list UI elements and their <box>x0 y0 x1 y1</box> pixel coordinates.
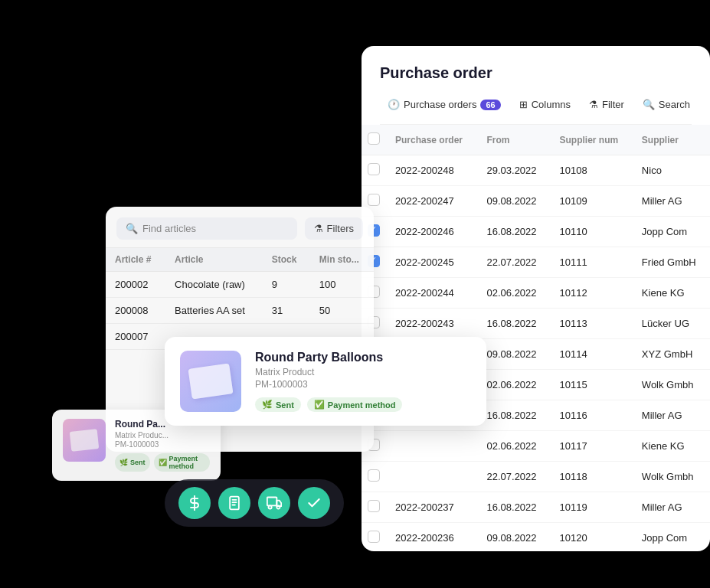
row-from: 09.08.2022 <box>478 186 551 217</box>
row-supplier: Jopp Com <box>633 217 710 247</box>
row-supplier-num: 10114 <box>551 339 633 370</box>
th-article-name: Article <box>165 248 263 272</box>
row-order: 2022-200236 <box>386 523 478 552</box>
product-info: Round Party Balloons Matrix Product PM-1… <box>255 351 471 412</box>
purchase-orders-tab[interactable]: 🕐 Purchase orders 66 <box>380 94 509 115</box>
svg-rect-5 <box>267 498 277 506</box>
tag-sent[interactable]: 🌿 Sent <box>255 397 301 412</box>
tag-payment-small[interactable]: ✅ Payment method <box>154 453 210 472</box>
row-supplier-num: 10115 <box>551 370 633 400</box>
th-article-id: Article # <box>106 248 165 272</box>
row-from: 16.08.2022 <box>478 217 551 247</box>
article-filter-button[interactable]: ⚗ Filters <box>305 217 363 240</box>
po-panel-title: Purchase order <box>380 64 692 82</box>
row-order <box>386 431 478 462</box>
product-name: Round Party Balloons <box>255 351 471 364</box>
table-row: 200008 Batteries AA set 31 50 <box>106 298 374 324</box>
columns-icon: ⊞ <box>519 99 528 110</box>
row-min-stock: 50 <box>310 298 374 324</box>
table-row: 2022-200243 16.08.2022 10113 Lücker UG <box>362 309 710 339</box>
row-supplier-num: 10111 <box>551 247 633 278</box>
row-supplier-num: 10109 <box>551 186 633 217</box>
row-checkbox-cell <box>362 523 386 552</box>
row-order <box>386 462 478 492</box>
row-supplier-num: 10118 <box>551 462 633 492</box>
row-from: 09.08.2022 <box>478 339 551 370</box>
purchase-order-panel: Purchase order 🕐 Purchase orders 66 ⊞ Co… <box>362 46 710 551</box>
row-order: 2022-200247 <box>386 186 478 217</box>
row-checkbox-cell <box>362 155 386 186</box>
row-article-id: 200002 <box>106 272 165 298</box>
row-from: 02.06.2022 <box>478 431 551 462</box>
row-article-id: 200007 <box>106 324 165 350</box>
table-row: 22.07.2022 10118 Wolk Gmbh <box>362 462 710 492</box>
row-from: 09.08.2022 <box>478 523 551 552</box>
th-supplier-num: Supplier num <box>551 125 633 155</box>
row-supplier-num: 10110 <box>551 217 633 247</box>
article-table: Article # Article Stock Min sto... 20000… <box>106 248 374 350</box>
row-checkbox[interactable] <box>368 194 380 206</box>
row-from: 22.07.2022 <box>478 247 551 278</box>
row-supplier: Fried GmbH <box>633 247 710 278</box>
table-row: 2022-200247 09.08.2022 10109 Miller AG <box>362 186 710 217</box>
sent-icon: 🌿 <box>262 400 273 410</box>
row-supplier: Jopp Com <box>633 523 710 552</box>
row-from: 02.06.2022 <box>478 278 551 309</box>
row-supplier-num: 10119 <box>551 492 633 523</box>
row-article-name: Batteries AA set <box>165 298 263 324</box>
table-row: 2022-200236 09.08.2022 10120 Jopp Com <box>362 523 710 552</box>
article-search-box[interactable]: 🔍 Find articles <box>116 217 297 240</box>
search-placeholder: Find articles <box>142 223 196 234</box>
row-supplier: XYZ GmbH <box>633 339 710 370</box>
receipt-button[interactable] <box>218 487 250 519</box>
row-supplier: Wolk Gmbh <box>633 370 710 400</box>
row-supplier: Lücker UG <box>633 309 710 339</box>
product-thumbnail-small <box>63 419 106 462</box>
row-min-stock: 100 <box>310 272 374 298</box>
product-card: Round Party Balloons Matrix Product PM-1… <box>165 337 486 426</box>
tag-payment-method[interactable]: ✅ Payment method <box>307 397 403 412</box>
row-supplier: Kiene KG <box>633 278 710 309</box>
row-supplier: Miller AG <box>633 186 710 217</box>
truck-icon <box>267 495 282 511</box>
row-checkbox[interactable] <box>368 500 380 512</box>
filter-icon: ⚗ <box>589 99 598 110</box>
product-brand-small: Matrix Produc... <box>115 431 210 439</box>
th-purchase-order: Purchase order <box>386 125 478 155</box>
filter-button[interactable]: ⚗ Filter <box>581 94 632 115</box>
purchase-orders-badge: 66 <box>480 100 500 110</box>
purchase-orders-label: Purchase orders <box>404 99 476 110</box>
search-icon: 🔍 <box>126 223 138 234</box>
product-sku-small: PM-1000003 <box>115 440 210 449</box>
check-button[interactable] <box>298 487 330 519</box>
row-article-name: Chocolate (raw) <box>165 272 263 298</box>
row-checkbox[interactable] <box>368 531 380 543</box>
columns-button[interactable]: ⊞ Columns <box>512 94 578 115</box>
row-checkbox[interactable] <box>368 469 380 482</box>
table-row: 2022-200246 16.08.2022 10110 Jopp Com <box>362 217 710 247</box>
th-from: From <box>478 125 551 155</box>
search-button[interactable]: 🔍 Search <box>635 94 698 115</box>
product-tags: 🌿 Sent ✅ Payment method <box>255 397 471 412</box>
row-supplier-num: 10113 <box>551 309 633 339</box>
po-toolbar: 🕐 Purchase orders 66 ⊞ Columns ⚗ Filter … <box>380 94 692 125</box>
dollar-icon <box>187 495 202 511</box>
row-from: 02.06.2022 <box>478 370 551 400</box>
check-icon <box>306 495 322 511</box>
header-checkbox[interactable] <box>368 132 380 145</box>
row-from: 16.08.2022 <box>478 492 551 523</box>
sent-icon-small: 🌿 <box>119 459 128 466</box>
tag-sent-small[interactable]: 🌿 Sent <box>115 453 150 472</box>
truck-button[interactable] <box>258 487 290 519</box>
product-thumb-box <box>188 363 233 399</box>
th-checkbox <box>362 125 386 155</box>
dollar-button[interactable] <box>178 487 211 519</box>
row-supplier-num: 10117 <box>551 431 633 462</box>
row-checkbox-cell <box>362 462 386 492</box>
product-thumb-box-small <box>70 429 100 452</box>
product-brand: Matrix Product <box>255 367 471 377</box>
row-supplier-num: 10120 <box>551 523 633 552</box>
table-row: 02.06.2022 10117 Kiene KG <box>362 431 710 462</box>
row-checkbox[interactable] <box>368 163 380 175</box>
table-row: 2022-200244 02.06.2022 10112 Kiene KG <box>362 278 710 309</box>
